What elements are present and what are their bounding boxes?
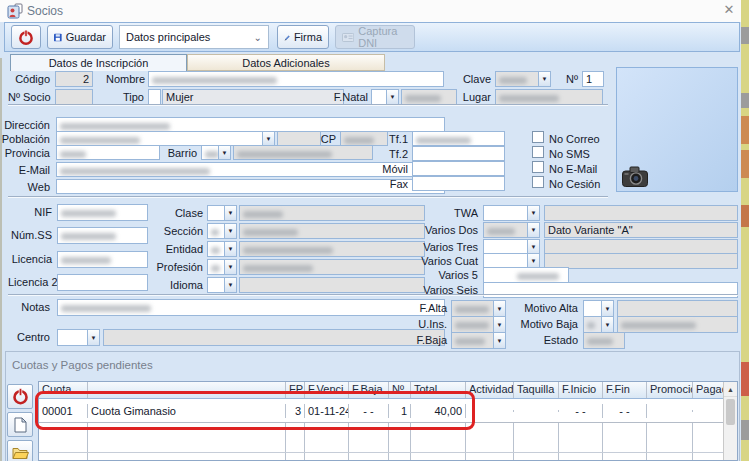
clave-chevron-icon[interactable]: ▼ <box>538 71 551 87</box>
motivo-baja-name-field[interactable] <box>617 316 738 333</box>
notas-label: Notas <box>8 301 50 314</box>
movil-field[interactable] <box>412 161 505 176</box>
tab-datos-adicionales[interactable]: Datos Adicionales <box>187 54 385 71</box>
col-finicio[interactable]: F.Inicio <box>559 382 603 398</box>
centro-name-field[interactable] <box>103 329 445 346</box>
clase-combo[interactable] <box>207 205 225 221</box>
nif-field[interactable] <box>57 204 148 221</box>
motivo-baja-chevron-icon[interactable]: ▼ <box>601 316 614 333</box>
entidad-chevron-icon[interactable]: ▼ <box>224 241 237 257</box>
motivo-alta-name-field[interactable] <box>617 300 738 317</box>
falta-combo[interactable] <box>451 300 494 317</box>
varios5-field[interactable] <box>483 267 569 283</box>
profesion-chevron-icon[interactable]: ▼ <box>224 259 237 275</box>
idioma-combo[interactable] <box>207 277 225 293</box>
centro-chevron-icon[interactable]: ▼ <box>87 329 100 346</box>
col-promocion[interactable]: Promoción <box>647 382 693 398</box>
nsocio-field[interactable] <box>55 89 93 105</box>
entidad-name-field[interactable] <box>239 241 425 257</box>
twa-chevron-icon[interactable]: ▼ <box>527 205 540 221</box>
varios-cuat-name-field[interactable] <box>544 253 738 269</box>
twa-name-field[interactable] <box>544 205 738 221</box>
cell-ffin: - - <box>603 404 647 418</box>
col-taquilla[interactable]: Taquilla <box>514 382 559 398</box>
twa-combo[interactable] <box>483 205 528 221</box>
photo-panel[interactable] <box>616 67 738 192</box>
motivo-baja-combo[interactable] <box>583 316 602 333</box>
profesion-name-field[interactable] <box>239 259 425 275</box>
motivo-alta-chevron-icon[interactable]: ▼ <box>601 300 614 317</box>
clase-name-field[interactable] <box>239 205 425 221</box>
tf1-field[interactable] <box>412 131 505 146</box>
poblacion-combo[interactable] <box>56 131 263 146</box>
licencia2-field[interactable] <box>57 274 148 291</box>
no-cesion-checkbox[interactable] <box>532 176 544 188</box>
motivo-alta-combo[interactable] <box>583 300 602 317</box>
window-title: Socios <box>27 4 63 18</box>
barrio-name-field[interactable] <box>233 145 373 160</box>
uins-combo[interactable] <box>451 316 494 333</box>
scroll-up-icon[interactable]: ▲ <box>724 382 737 397</box>
falta-chevron-icon[interactable]: ▼ <box>493 300 506 317</box>
view-select[interactable]: Datos principales ⌄ <box>119 25 269 49</box>
no-correo-label: No Correo <box>549 133 600 146</box>
cell-finicio: - - <box>559 404 603 418</box>
licencia-field[interactable] <box>57 251 148 268</box>
redacted-value <box>499 77 527 84</box>
centro-combo[interactable] <box>57 329 88 346</box>
cuotas-cancel-button[interactable] <box>7 384 33 409</box>
notas-field[interactable] <box>57 299 445 316</box>
firma-button[interactable]: Firma <box>277 25 329 49</box>
guardar-button[interactable]: Guardar <box>47 25 113 49</box>
close-icon[interactable]: ✕ <box>720 2 738 20</box>
seccion-name-field[interactable] <box>239 223 425 239</box>
seccion-combo[interactable] <box>207 223 225 239</box>
uins-chevron-icon[interactable]: ▼ <box>493 316 506 333</box>
fnatal-extra-field[interactable] <box>401 89 457 105</box>
tab-datos-inscripcion[interactable]: Datos de Inscripción <box>10 54 187 71</box>
col-pagado[interactable]: Pagado <box>693 382 725 398</box>
pen-icon <box>284 31 290 44</box>
table-scrollbar[interactable]: ▲ <box>723 382 737 461</box>
codigo-field[interactable]: 2 <box>55 71 93 87</box>
estado-field[interactable] <box>583 332 625 349</box>
fnatal-chevron-icon[interactable]: ▼ <box>386 89 399 105</box>
exit-button[interactable] <box>11 25 41 49</box>
profesion-combo[interactable] <box>207 259 225 275</box>
idioma-name-field[interactable] <box>239 277 425 293</box>
poblacion-code-field[interactable] <box>277 131 321 146</box>
numss-field[interactable] <box>57 227 148 244</box>
tf2-field[interactable] <box>412 146 505 161</box>
fbaja-chevron-icon[interactable]: ▼ <box>493 332 506 349</box>
barrio-chevron-icon[interactable]: ▼ <box>218 145 231 160</box>
poblacion-chevron-icon[interactable]: ▼ <box>262 131 275 146</box>
seccion-label: Sección <box>155 225 203 238</box>
cuotas-open-button[interactable] <box>7 440 33 461</box>
fax-field[interactable] <box>412 176 505 191</box>
no-email-checkbox[interactable] <box>532 161 544 173</box>
seccion-chevron-icon[interactable]: ▼ <box>224 223 237 239</box>
cuotas-new-button[interactable] <box>7 412 33 437</box>
scrollbar-thumb[interactable] <box>726 399 735 425</box>
poblacion-label: Población <box>0 133 50 146</box>
nombre-field[interactable] <box>148 71 444 87</box>
fbaja-combo[interactable] <box>451 332 494 349</box>
save-icon <box>54 31 62 44</box>
direccion-field[interactable] <box>56 117 445 132</box>
clase-chevron-icon[interactable]: ▼ <box>224 205 237 221</box>
varios-dos-name-field[interactable]: Dato Variante "A" <box>544 222 738 238</box>
entidad-combo[interactable] <box>207 241 225 257</box>
num-field[interactable]: 1 <box>582 71 604 87</box>
varios-dos-chevron-icon[interactable]: ▼ <box>527 222 540 238</box>
col-ffin[interactable]: F.Fin <box>603 382 647 398</box>
tipo-field[interactable]: Mujer <box>162 89 344 105</box>
varios-dos-combo[interactable] <box>483 222 528 238</box>
lugar-field[interactable] <box>495 89 603 105</box>
no-correo-checkbox[interactable] <box>532 131 544 143</box>
no-sms-checkbox[interactable] <box>532 146 544 158</box>
idioma-chevron-icon[interactable]: ▼ <box>224 277 237 293</box>
nif-label: NIF <box>8 206 52 219</box>
tipo-flag-field[interactable] <box>148 89 161 105</box>
provincia-field[interactable] <box>56 145 160 160</box>
movil-label: Móvil <box>370 163 408 176</box>
